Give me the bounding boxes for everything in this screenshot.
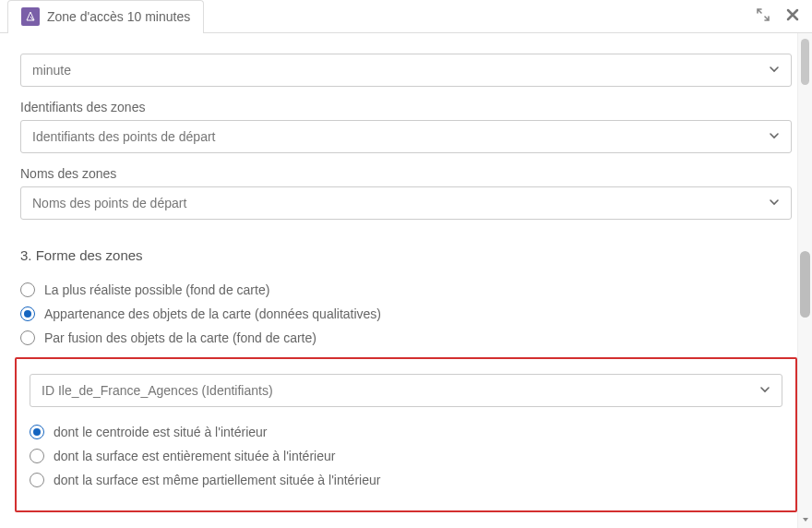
section-3-title: 3. Forme des zones <box>20 247 792 263</box>
chevron-down-icon <box>769 64 780 78</box>
shape-option-realistic[interactable]: La plus réaliste possible (fond de carte… <box>20 280 792 300</box>
radio-icon <box>30 425 44 439</box>
chevron-down-icon <box>759 384 770 398</box>
highlighted-settings-box: ID Ile_de_France_Agences (Identifiants) … <box>15 357 797 512</box>
chevron-down-icon <box>769 197 780 210</box>
radio-label: dont la surface est même partiellement s… <box>54 473 380 487</box>
radio-label: La plus réaliste possible (fond de carte… <box>44 282 269 297</box>
modal-header: Zone d'accès 10 minutes <box>0 0 812 33</box>
chevron-down-icon <box>769 130 780 144</box>
radio-icon <box>30 473 44 487</box>
zone-ids-value: Identifiants des points de départ <box>32 129 215 144</box>
tab-title: Zone d'accès 10 minutes <box>47 9 190 24</box>
scroll-down-icon[interactable] <box>798 515 812 526</box>
layer-id-value: ID Ile_de_France_Agences (Identifiants) <box>42 383 273 398</box>
radio-icon <box>20 330 35 345</box>
radio-label: Par fusion des objets de la carte (fond … <box>44 330 316 345</box>
radio-label: dont le centroide est situé à l'intérieu… <box>54 425 267 439</box>
zone-ids-select[interactable]: Identifiants des points de départ <box>20 120 792 153</box>
scrollbar-thumb[interactable] <box>801 39 809 85</box>
zone-ids-label: Identifiants des zones <box>20 100 792 114</box>
area-tool-icon <box>21 7 40 26</box>
zone-names-select[interactable]: Noms des points de départ <box>20 186 792 220</box>
scrollbar-secondary-thumb[interactable] <box>800 251 810 318</box>
unit-select[interactable]: minute <box>20 54 792 87</box>
shape-option-merge[interactable]: Par fusion des objets de la carte (fond … <box>20 328 792 348</box>
layer-id-select[interactable]: ID Ile_de_France_Agences (Identifiants) <box>30 374 782 407</box>
containment-option-centroid[interactable]: dont le centroide est situé à l'intérieu… <box>30 422 782 442</box>
zone-names-value: Noms des points de départ <box>32 196 186 210</box>
radio-label: Appartenance des objets de la carte (don… <box>44 306 381 321</box>
vertical-scrollbar[interactable] <box>797 33 812 528</box>
containment-option-full-surface[interactable]: dont la surface est entièrement située à… <box>30 446 782 466</box>
radio-icon <box>30 449 44 463</box>
containment-option-partial-surface[interactable]: dont la surface est même partiellement s… <box>30 470 782 490</box>
radio-icon <box>20 282 35 297</box>
radio-icon <box>20 306 35 321</box>
unit-select-value: minute <box>32 63 71 78</box>
zone-names-label: Noms des zones <box>20 166 792 181</box>
radio-label: dont la surface est entièrement située à… <box>54 449 335 463</box>
shape-option-membership[interactable]: Appartenance des objets de la carte (don… <box>20 304 792 324</box>
content-area: minute Identifiants des zones Identifian… <box>0 33 812 528</box>
expand-icon[interactable] <box>757 8 770 24</box>
close-icon[interactable] <box>786 8 799 24</box>
tab-zone-access[interactable]: Zone d'accès 10 minutes <box>7 0 204 33</box>
